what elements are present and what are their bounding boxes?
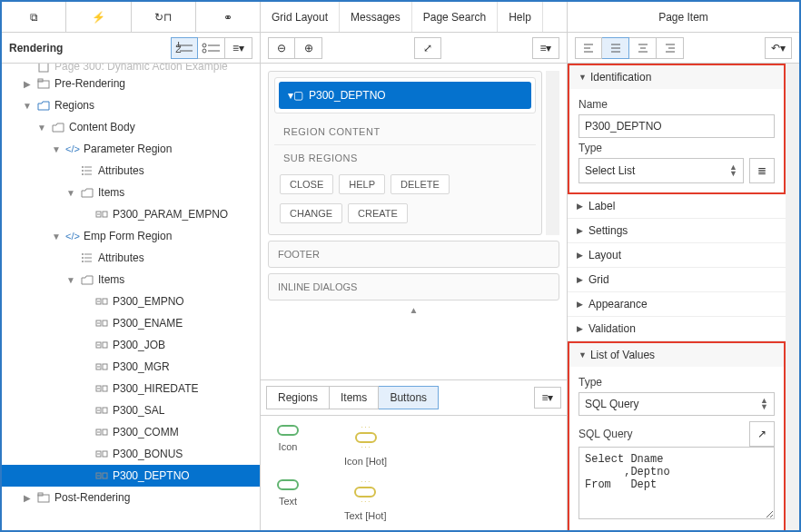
tree[interactable]: Page 300: Dynamic Action Example▶Pre-Ren… (2, 64, 260, 530)
tab-rendering-icon[interactable]: ⧉ (2, 2, 66, 32)
region-button-delete[interactable]: DELETE (391, 174, 450, 194)
tree-row[interactable]: ▶Post-Rendering (2, 487, 260, 508)
group-title: Label (588, 200, 615, 212)
twisty-icon[interactable]: ▶ (22, 493, 33, 503)
tree-row[interactable]: P300_BONUS (2, 443, 260, 465)
gallery-tab-regions[interactable]: Regions (266, 386, 330, 409)
gallery-menu-button[interactable]: ≡▾ (534, 387, 561, 409)
tree-row[interactable]: P300_ENAME (2, 312, 260, 334)
footer-section[interactable]: FOOTER (268, 241, 559, 268)
splitter-handle[interactable]: ▲ (268, 306, 559, 313)
gallery-item[interactable]: · · ·· · ·Text [Hot] (344, 479, 386, 521)
gallery-tab-items[interactable]: Items (330, 386, 379, 409)
property-menu-button[interactable]: ↶▾ (765, 37, 792, 59)
tree-row[interactable]: ▼Items (2, 182, 260, 203)
tree-row[interactable]: ▼Items (2, 269, 260, 291)
gallery-item[interactable]: · · ·· · ·Icon [Hot] (344, 425, 387, 467)
twisty-icon[interactable]: ▶ (22, 79, 33, 89)
gallery-item[interactable]: Text (277, 479, 299, 521)
tab-dynamic-actions-icon[interactable]: ⚡ (66, 2, 131, 32)
gallery[interactable]: Icon· · ·· · ·Icon [Hot]Text· · ·· · ·Te… (261, 416, 567, 530)
tree-row[interactable]: P300_COMM (2, 421, 260, 443)
align-left-button[interactable] (575, 37, 602, 59)
tree-row[interactable]: P300_SAL (2, 399, 260, 421)
tree-row[interactable]: P300_JOB (2, 334, 260, 356)
tree-label: Attributes (98, 164, 144, 177)
twisty-icon[interactable]: ▼ (65, 188, 76, 198)
center-tab-grid layout[interactable]: Grid Layout (261, 2, 340, 32)
lov-type-select[interactable]: SQL Query ▲▼ (578, 392, 775, 416)
property-toolbar: ↶▾ (568, 33, 799, 64)
zoom-out-icon: ⊖ (277, 42, 286, 54)
tree-row[interactable]: ▼Regions (2, 94, 260, 116)
type-select[interactable]: Select List ▲▼ (578, 158, 744, 183)
twisty-icon[interactable]: ▼ (36, 123, 47, 133)
tree-row[interactable]: P300_PARAM_EMPNO (2, 203, 260, 225)
folder-open-icon (80, 272, 94, 287)
right-tab[interactable]: Page Item (568, 2, 799, 33)
svg-rect-46 (103, 429, 107, 435)
zoom-in-button[interactable]: ⊕ (295, 37, 322, 59)
tree-row[interactable]: ▼</>Emp Form Region (2, 225, 260, 247)
region-button-help[interactable]: HELP (339, 174, 385, 194)
center-tab-page search[interactable]: Page Search (412, 2, 498, 32)
right-panel: Page Item ↶▾ (568, 2, 799, 530)
tree-row[interactable]: ▶Pre-Rendering (2, 73, 260, 94)
region-button-change[interactable]: CHANGE (280, 203, 342, 223)
region-buttons-row-2: CHANGECREATE (274, 200, 536, 229)
gallery-tab-buttons[interactable]: Buttons (379, 386, 439, 409)
lov-header[interactable]: ▼ List of Values (569, 343, 784, 367)
twisty-icon[interactable]: ▼ (65, 275, 76, 285)
group-grid-header[interactable]: ▶Grid (568, 268, 786, 292)
sql-expand-button[interactable]: ↗ (749, 421, 775, 447)
expand-button[interactable]: ⤢ (414, 37, 441, 59)
identification-header[interactable]: ▼ Identification (569, 65, 784, 89)
view-tree-button[interactable]: 12 (171, 37, 198, 59)
region-button-close[interactable]: CLOSE (280, 174, 333, 194)
group-appearance-header[interactable]: ▶Appearance (568, 292, 786, 317)
inline-dialogs-section[interactable]: INLINE DIALOGS (268, 273, 559, 300)
align-right-button[interactable] (657, 37, 684, 59)
tree-row[interactable]: P300_EMPNO (2, 291, 260, 312)
property-scrollbar[interactable] (786, 64, 799, 530)
tree-row[interactable]: ▼</>Parameter Region (2, 138, 260, 160)
code-icon: </> (65, 142, 80, 156)
view-group-button[interactable] (198, 37, 225, 59)
sql-query-textarea[interactable] (578, 447, 775, 519)
layout-canvas[interactable]: ▾▢ P300_DEPTNO REGION CONTENT SUB REGION… (261, 64, 567, 379)
item-icon (94, 425, 109, 439)
twisty-icon[interactable]: ▼ (51, 232, 62, 241)
view-menu-button[interactable]: ≡▾ (225, 37, 252, 59)
tab-processing-icon[interactable]: ↻⊓ (132, 2, 196, 32)
stepper-icon: ▲▼ (729, 164, 737, 177)
type-options-button[interactable]: ≣ (749, 158, 775, 183)
region-box[interactable]: ▾▢ P300_DEPTNO REGION CONTENT SUB REGION… (268, 71, 542, 235)
tree-row[interactable]: P300_MGR (2, 356, 260, 378)
twisty-icon[interactable]: ▼ (22, 101, 33, 111)
zoom-out-button[interactable]: ⊖ (268, 37, 295, 59)
tab-shared-icon[interactable]: ⚭ (196, 2, 260, 32)
gallery-item[interactable]: Icon (277, 425, 299, 467)
tree-row[interactable]: Page 300: Dynamic Action Example (2, 64, 260, 73)
align-center-button[interactable] (629, 37, 657, 59)
group-label-header[interactable]: ▶Label (568, 194, 786, 219)
tree-row[interactable]: P300_HIREDATE (2, 378, 260, 399)
group-layout-header[interactable]: ▶Layout (568, 243, 786, 268)
align-justify-button[interactable] (602, 37, 629, 59)
tree-row[interactable]: P300_DEPTNO (2, 465, 260, 487)
tree-row[interactable]: ▼Content Body (2, 116, 260, 138)
layout-scrollbar[interactable] (546, 71, 559, 235)
twisty-icon[interactable]: ▼ (51, 144, 62, 154)
center-tab-help[interactable]: Help (498, 2, 543, 32)
group-validation-header[interactable]: ▶Validation (568, 317, 786, 341)
group-settings-header[interactable]: ▶Settings (568, 219, 786, 243)
tree-row[interactable]: Attributes (2, 160, 260, 182)
hamburger-icon: ≡▾ (232, 42, 244, 54)
region-button-create[interactable]: CREATE (348, 203, 408, 223)
layout-menu-button[interactable]: ≡▾ (532, 37, 559, 59)
tree-row[interactable]: Attributes (2, 247, 260, 269)
name-input[interactable] (578, 114, 775, 138)
selected-item-bar[interactable]: ▾▢ P300_DEPTNO (279, 82, 531, 109)
property-editor[interactable]: ▼ Identification Name Type Select List ▲… (568, 64, 799, 530)
center-tab-messages[interactable]: Messages (340, 2, 412, 32)
